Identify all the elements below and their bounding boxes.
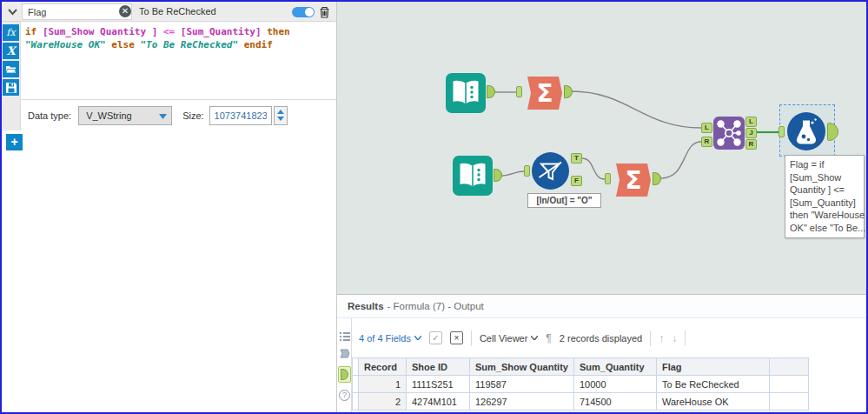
input-anchor[interactable] (605, 173, 611, 184)
summarize-tool-2[interactable]: Σ (612, 160, 652, 200)
table-cell[interactable]: 1111S251 (407, 376, 470, 393)
formula-expression[interactable]: if [Sum_Show Quantity ] <= [Sum_Quantity… (21, 22, 336, 99)
metadata-view-icon[interactable] (339, 348, 350, 359)
output-anchor-icon (341, 369, 348, 380)
results-panel: Results - Formula (7) - Output ? 4 of 4 … (337, 294, 866, 412)
records-displayed-label: 2 records displayed (560, 333, 642, 344)
scroll-down-icon[interactable]: ↓ (672, 332, 677, 344)
formula-tool[interactable] (787, 112, 825, 150)
list-view-icon[interactable] (339, 331, 350, 342)
join-tool[interactable] (713, 117, 745, 150)
alteryx-designer-window: ✕ To Be ReChecked fx X if [Sum_Show Quan… (0, 0, 868, 414)
open-expression-button[interactable] (3, 61, 19, 77)
table-row: 11111S25111958710000To Be ReChecked (353, 376, 809, 393)
table-row: 24274M101126297714500WareHouse OK (353, 393, 809, 411)
table-header-row: RecordShoe IDSum_Show QuantitySum_Quanti… (353, 358, 809, 376)
input-anchor[interactable] (516, 86, 522, 97)
deselect-icon[interactable]: × (450, 331, 463, 344)
cell-viewer-dropdown[interactable]: Cell Viewer (480, 333, 538, 344)
row-gutter (353, 393, 359, 411)
add-expression-button[interactable]: + (6, 134, 23, 150)
input-anchor[interactable] (779, 126, 785, 137)
output-anchor-selector[interactable] (338, 366, 351, 383)
toggle-knob (305, 8, 314, 17)
results-table: RecordShoe IDSum_Show QuantitySum_Quanti… (352, 357, 809, 411)
functions-button[interactable]: fx (3, 24, 19, 41)
join-output-join-anchor[interactable]: J (745, 128, 757, 138)
results-table-wrap: RecordShoe IDSum_Show QuantitySum_Quanti… (352, 357, 866, 412)
table-cell[interactable]: 1 (359, 376, 407, 393)
chevron-down-icon[interactable] (7, 6, 18, 17)
input-data-icon (453, 156, 493, 196)
column-header[interactable]: Flag (656, 358, 769, 376)
column-header[interactable]: Sum_Quantity (573, 358, 656, 376)
input-data-tool-2[interactable] (453, 156, 493, 196)
field-preview-value: To Be ReChecked (139, 6, 216, 17)
table-cell[interactable]: 2 (359, 393, 407, 411)
save-icon (6, 83, 17, 93)
data-type-dropdown[interactable]: V_WString (78, 106, 172, 125)
summarize-icon: Σ (523, 73, 563, 113)
save-expression-button[interactable] (3, 79, 19, 96)
table-cell[interactable]: 714500 (573, 393, 656, 411)
size-input[interactable] (209, 106, 272, 125)
table-cell[interactable]: To Be ReChecked (656, 376, 769, 393)
table-cell-empty (769, 393, 808, 411)
false-anchor[interactable]: F (571, 176, 582, 186)
formula-field-header: ✕ To Be ReChecked (2, 2, 336, 22)
results-title-bold: Results (348, 301, 384, 311)
table-cell[interactable]: WareHouse OK (656, 393, 769, 411)
join-right-input-anchor[interactable]: R (701, 137, 712, 147)
chevron-down-icon (531, 336, 538, 340)
formula-icon (787, 112, 825, 150)
size-label: Size: (182, 110, 203, 121)
field-active-toggle[interactable] (292, 7, 315, 17)
summarize-tool-1[interactable]: Σ (523, 73, 563, 113)
clear-field-icon[interactable]: ✕ (119, 5, 131, 17)
input-data-tool-1[interactable] (446, 73, 486, 113)
scroll-up-icon[interactable]: ↑ (659, 332, 664, 344)
column-header[interactable]: Record (359, 358, 407, 376)
chevron-down-icon (159, 114, 167, 119)
trash-icon[interactable] (318, 5, 331, 19)
spinner-down-icon (277, 117, 284, 121)
table-cell[interactable]: 4274M101 (407, 393, 470, 411)
results-title: Results - Formula (7) - Output (337, 295, 866, 318)
filter-icon (532, 152, 569, 190)
editor-toolbar: fx X (2, 22, 21, 130)
join-icon (713, 117, 745, 150)
folder-open-icon (5, 64, 17, 74)
join-output-right-anchor[interactable]: R (745, 139, 757, 150)
size-stepper[interactable] (274, 106, 288, 125)
table-cell[interactable]: 119587 (470, 376, 574, 393)
summarize-icon: Σ (612, 160, 652, 200)
whitespace-toggle-icon[interactable]: ¶ (546, 332, 551, 344)
true-anchor[interactable]: T (571, 153, 582, 164)
spinner-up-icon (277, 110, 284, 114)
results-toolbar: 4 of 4 Fields ✓ × Cell Viewer ¶ 2 record… (352, 318, 866, 357)
formula-config-panel: ✕ To Be ReChecked fx X if [Sum_Show Quan… (2, 2, 337, 412)
join-left-input-anchor[interactable]: L (701, 123, 712, 133)
workflow-canvas[interactable]: Σ T F [In/Out] = "O" (337, 2, 866, 294)
input-anchor[interactable] (524, 165, 530, 177)
table-cell[interactable]: 10000 (573, 376, 656, 393)
help-icon[interactable]: ? (339, 390, 350, 401)
chevron-down-icon (414, 336, 421, 340)
filter-annotation[interactable]: [In/Out] = "O" (527, 193, 601, 208)
variables-button[interactable]: X (3, 43, 19, 59)
select-all-checkbox-icon[interactable]: ✓ (429, 331, 442, 344)
filter-tool[interactable] (532, 152, 569, 190)
formula-editor: fx X if [Sum_Show Quantity ] <= [Sum_Qua… (2, 22, 336, 130)
field-name-input[interactable] (22, 3, 132, 20)
results-title-rest: - Formula (7) - Output (388, 301, 484, 311)
column-header[interactable]: Sum_Show Quantity (470, 358, 574, 376)
formula-tooltip: Flag = if[Sum_ShowQuantity ] <=[Sum_Quan… (785, 155, 865, 238)
svg-text:Σ: Σ (625, 166, 641, 195)
table-cell[interactable]: 126297 (470, 393, 574, 411)
svg-text:Σ: Σ (536, 79, 553, 108)
column-header[interactable]: Shoe ID (407, 358, 470, 376)
fields-dropdown[interactable]: 4 of 4 Fields (359, 333, 421, 344)
table-cell-empty (769, 376, 808, 393)
row-gutter (353, 376, 359, 393)
join-output-left-anchor[interactable]: L (745, 117, 757, 127)
